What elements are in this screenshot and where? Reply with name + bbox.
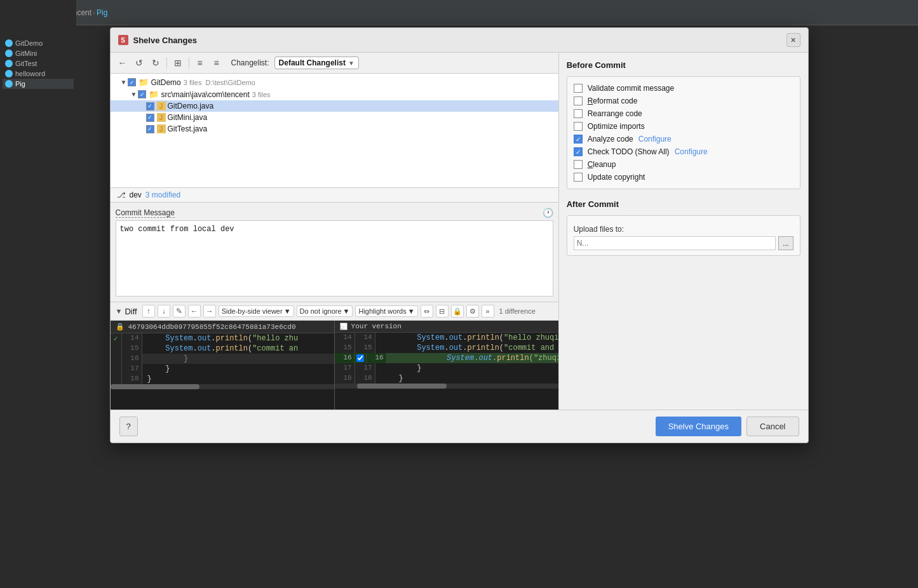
group-button[interactable]: ⊞ [171, 56, 185, 70]
after-commit-title: After Commit [567, 199, 800, 209]
sidebar-item-gitmini[interactable]: GitMini [3, 48, 74, 58]
right-panel: Before Commit Validate commit message Re… [559, 53, 808, 410]
undo-button[interactable]: ↺ [132, 56, 146, 70]
diff-edit-button[interactable]: ✎ [173, 305, 186, 317]
check-rearrange: Rearrange code [574, 107, 793, 120]
diff-lock-button[interactable]: 🔒 [451, 305, 464, 317]
commit-history-button[interactable]: 🕐 [543, 208, 553, 218]
diff-line-content-r15: System.out.println("commit and [375, 343, 558, 353]
diff-next-button[interactable]: ↓ [158, 305, 170, 317]
chevron-down-icon-highlight: ▼ [408, 307, 415, 315]
branch-bar: ⎇ dev 3 modified [111, 188, 558, 203]
shelve-changes-button[interactable]: Shelve Changes [656, 417, 741, 436]
commit-label: Commit Message 🕐 [116, 208, 553, 218]
diff-settings-button[interactable]: ⚙ [466, 305, 479, 317]
diff-viewer-dropdown[interactable]: Side-by-side viewer ▼ [219, 305, 294, 317]
diff-collapse-lines-button[interactable]: ⊟ [436, 305, 449, 317]
subfolder-checkbox[interactable]: ✓ [138, 90, 146, 98]
diff-line-num-r15: 15 [335, 343, 355, 353]
analyze-configure-link[interactable]: Configure [638, 135, 672, 144]
expand-button[interactable]: ≡ [193, 56, 207, 70]
diff-ignore-dropdown[interactable]: Do not ignore ▼ [297, 305, 353, 317]
diff-collapse-arrow[interactable]: ▼ [116, 307, 123, 315]
diff-line-num-15: 15 [122, 344, 142, 354]
upload-label: Upload files to: [574, 225, 793, 234]
diff-file-hash: 46793064ddb097795855f52c86475881a73e6cd0 [128, 323, 296, 331]
upload-browse-button[interactable]: ... [778, 236, 793, 250]
dialog-close-button[interactable]: × [786, 33, 800, 47]
diff-scrollbar-thumb-left [111, 384, 200, 389]
tree-arrow-root[interactable]: ▼ [121, 79, 127, 86]
tree-subfolder-item[interactable]: ▼ ✓ 📁 src\main\java\com\tencent 3 files [111, 88, 558, 100]
diff-line-right-15: 15 15 System.out.println("commit and [335, 343, 558, 353]
diff-left-header: 🔒 46793064ddb097795855f52c86475881a73e6c… [111, 321, 334, 333]
sidebar-item-helloworld[interactable]: helloword [3, 69, 74, 79]
folder-icon: 📁 [138, 77, 149, 87]
optimize-label: Optimize imports [588, 122, 645, 131]
before-commit-group: Validate commit message Reformat code Re… [567, 76, 800, 189]
diff-highlight-dropdown[interactable]: Highlight words ▼ [355, 305, 417, 317]
rearrange-checkbox[interactable] [574, 109, 583, 118]
sidebar-item-pig[interactable]: Pig [3, 79, 74, 89]
tree-file-gitmini[interactable]: ✓ J GitMini.java [111, 112, 558, 123]
todo-configure-link[interactable]: Configure [675, 147, 708, 156]
cancel-button[interactable]: Cancel [746, 417, 799, 436]
diff-scrollbar-left[interactable] [111, 384, 334, 389]
java-file-icon-3: J [157, 124, 166, 133]
redo-button[interactable]: ↻ [149, 56, 163, 70]
reformat-checkbox[interactable] [574, 97, 583, 105]
changelist-dropdown[interactable]: Default Changelist ▼ [274, 57, 359, 69]
diff-left-button[interactable]: ← [188, 305, 201, 317]
commit-message-label: Commit Message [116, 208, 175, 218]
left-panel: ← ↺ ↻ ⊞ ≡ ≡ Changelist: Default Changeli… [111, 53, 559, 410]
tree-root-item[interactable]: ▼ ✓ 📁 GitDemo 3 files D:\test\GitDemo [111, 76, 558, 88]
diff-line-content-18: } [142, 374, 334, 384]
java-file-icon: J [157, 102, 166, 110]
chevron-down-icon: ▼ [348, 60, 354, 67]
root-checkbox[interactable]: ✓ [128, 78, 136, 86]
diff-line-content-r16: System.out.println("zhuqiufeng [387, 353, 558, 363]
sidebar-item-gitdemo[interactable]: GitDemo [3, 38, 74, 48]
move-left-button[interactable]: ← [116, 56, 130, 70]
todo-checkbox[interactable] [574, 147, 583, 156]
diff-check-col-3 [111, 354, 122, 364]
upload-input[interactable] [574, 236, 776, 250]
diff-line-num-r17: 17 [335, 363, 355, 373]
tree-file-gittest[interactable]: ✓ J GitTest.java [111, 123, 558, 135]
chevron-down-icon-ignore: ▼ [343, 307, 350, 315]
diff-right-button[interactable]: → [203, 305, 216, 317]
optimize-checkbox[interactable] [574, 122, 583, 131]
diff-align-button[interactable]: ⇔ [421, 305, 433, 317]
cleanup-checkbox[interactable] [574, 160, 583, 169]
diff-scrollbar-right[interactable] [335, 384, 558, 389]
analyze-checkbox[interactable] [574, 135, 583, 144]
diff-prev-button[interactable]: ↑ [142, 305, 155, 317]
line16-checkbox[interactable] [356, 354, 364, 362]
diff-ignore-label: Do not ignore [300, 307, 342, 315]
tree-file-gitdemo[interactable]: ✓ J GitDemo.java [111, 100, 558, 112]
cleanup-label: Cleanup [588, 160, 616, 169]
diff-more-button[interactable]: » [482, 305, 494, 317]
diff-check-col-2 [111, 344, 122, 354]
sidebar-item-gittest[interactable]: GitTest [3, 58, 74, 69]
reformat-label: Reformat code [588, 97, 638, 105]
diff-line-left-16: 16 } [111, 354, 334, 364]
chevron-down-icon-viewer: ▼ [284, 307, 291, 315]
file-tree: ▼ ✓ 📁 GitDemo 3 files D:\test\GitDemo ▼ … [111, 74, 558, 188]
diff-line-num-16: 16 [122, 354, 142, 364]
file2-checkbox[interactable]: ✓ [146, 114, 154, 122]
file1-checkbox[interactable]: ✓ [146, 102, 154, 110]
version-checkbox[interactable]: ☑ [340, 323, 348, 330]
check-cleanup: Cleanup [574, 158, 793, 171]
subfolder-icon: 📁 [149, 90, 159, 99]
tree-arrow-sub[interactable]: ▼ [131, 91, 137, 98]
diff-right-panel: ☑ Your version 14 14 System.out.println(… [335, 321, 558, 410]
help-button[interactable]: ? [119, 417, 138, 436]
copyright-checkbox[interactable] [574, 173, 583, 182]
collapse-button[interactable]: ≡ [210, 56, 224, 70]
validate-checkbox[interactable] [574, 84, 583, 93]
commit-message-input[interactable]: two commit from local dev [116, 220, 553, 297]
file3-checkbox[interactable]: ✓ [146, 125, 154, 133]
diff-line-content-17: } [142, 364, 334, 374]
check-analyze: Analyze code Configure [574, 133, 793, 145]
